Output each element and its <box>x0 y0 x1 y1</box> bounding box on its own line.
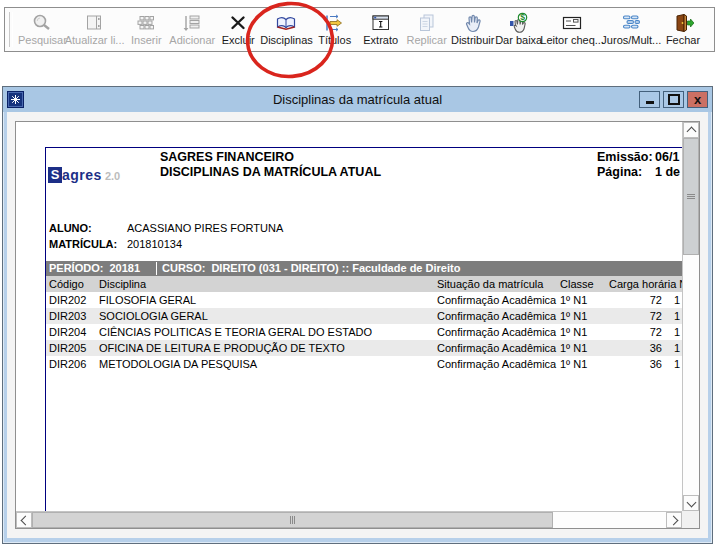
cell-next-col: 1 <box>665 324 682 340</box>
insert-grid-icon <box>134 12 158 34</box>
toolbar-button-dar-baixa[interactable]: $ Dar baixa <box>496 10 542 50</box>
cell-next-col: 1 <box>665 356 682 372</box>
toolbar-button-inserir[interactable]: Inserir <box>123 10 169 50</box>
close-button[interactable]: x <box>687 91 708 108</box>
toolbar-button-replicar[interactable]: Replicar <box>404 10 450 50</box>
maximize-button[interactable] <box>663 91 684 108</box>
window-system-icon[interactable] <box>7 91 24 108</box>
page-number-value: 1 de <box>655 165 680 179</box>
toolbar-button-adicionar[interactable]: Adicionar <box>169 10 215 50</box>
student-field: ALUNO:ACASSIANO PIRES FORTUNA <box>49 222 283 234</box>
cell-carga: 72 <box>609 308 665 324</box>
toolbar-button-disciplinas[interactable]: Disciplinas <box>261 10 311 50</box>
cell-next-col: 1 <box>665 292 682 308</box>
course-value: DIREITO (031 - DIREITO) :: Faculdade de … <box>211 262 460 274</box>
search-icon <box>30 12 54 34</box>
cell-disciplina: CIÊNCIAS POLITICAS E TEORIA GERAL DO EST… <box>99 324 437 340</box>
svg-text:$: $ <box>520 12 525 22</box>
exit-door-icon <box>671 12 695 34</box>
toolbar-button-atualizar[interactable]: Atualizar li... <box>66 10 123 50</box>
cell-situacao: Confirmação Acadêmica <box>437 340 560 356</box>
horizontal-scrollbar[interactable] <box>16 511 682 528</box>
cell-codigo: DIR205 <box>46 340 99 356</box>
cell-carga: 36 <box>609 356 665 372</box>
dialog-window: Disciplinas da matrícula atual x SAGRES … <box>2 86 713 544</box>
period-value: 20181 <box>109 262 140 274</box>
toolbar-label: Distribuir <box>451 34 494 47</box>
logo-text: agres <box>62 167 102 183</box>
enrollment-field: MATRÍCULA:201810134 <box>49 238 182 250</box>
cell-disciplina: OFICINA DE LEITURA E PRODUÇÃO DE TEXTO <box>99 340 437 356</box>
table-row: DIR205 OFICINA DE LEITURA E PRODUÇÃO DE … <box>46 340 682 356</box>
minimize-button[interactable] <box>639 91 660 108</box>
scroll-right-button[interactable] <box>666 512 682 528</box>
student-value: ACASSIANO PIRES FORTUNA <box>127 222 283 234</box>
dialog-client-area: SAGRES FINANCEIRO DISCIPLINAS DA MATRÍCU… <box>7 112 708 538</box>
table-row: DIR206 METODOLOGIA DA PESQUISA Confirmaç… <box>46 356 682 372</box>
toolbar-button-juros-multa[interactable]: Juros/Mult... <box>603 10 660 50</box>
toolbar-button-fechar[interactable]: Fechar <box>660 10 706 50</box>
student-label: ALUNO: <box>49 222 127 234</box>
logo-version: 2.0 <box>105 170 120 182</box>
chevron-right-icon <box>668 515 678 525</box>
toolbar-button-titulos[interactable]: Títulos <box>312 10 358 50</box>
cell-situacao: Confirmação Acadêmica <box>437 356 560 372</box>
horizontal-scrollbar-thumb[interactable] <box>32 512 553 528</box>
emission-value: 06/1 <box>655 150 679 164</box>
table-row: DIR202 FILOSOFIA GERAL Confirmação Acadê… <box>46 292 682 308</box>
toolbar-button-pesquisar[interactable]: Pesquisar <box>19 10 66 50</box>
scroll-up-button[interactable] <box>683 122 699 138</box>
cell-codigo: DIR204 <box>46 324 99 340</box>
enrollment-label: MATRÍCULA: <box>49 238 127 250</box>
check-reader-icon <box>560 12 584 34</box>
toolbar-label: Disciplinas <box>260 34 313 47</box>
cell-disciplina: SOCIOLOGIA GERAL <box>99 308 437 324</box>
report-doc-title: DISCIPLINAS DA MATRÍCULA ATUAL <box>160 165 381 180</box>
toolbar-button-distribuir[interactable]: Distribuir <box>450 10 496 50</box>
toolbar-label: Atualizar li... <box>65 34 125 47</box>
cell-classe: 1º N1 <box>560 324 609 340</box>
cell-next-col: 1 <box>665 308 682 324</box>
report-preview-panel: SAGRES FINANCEIRO DISCIPLINAS DA MATRÍCU… <box>15 121 700 529</box>
emission-line: Emissão:06/1 <box>597 150 680 165</box>
page-number-line: Página:1 de <box>597 165 680 180</box>
dialog-title: Disciplinas da matrícula atual <box>3 92 712 107</box>
report-app-title: SAGRES FINANCEIRO <box>160 150 381 165</box>
dialog-titlebar[interactable]: Disciplinas da matrícula atual x <box>3 87 712 112</box>
cell-carga: 72 <box>609 324 665 340</box>
thumb-grip-icon <box>687 194 695 199</box>
interest-bars-icon <box>619 12 643 34</box>
open-book-icon <box>274 12 298 34</box>
vertical-scrollbar[interactable] <box>682 122 699 511</box>
toolbar-label: Fechar <box>666 34 700 47</box>
add-list-icon <box>180 12 204 34</box>
course-segment: CURSO:DIREITO (031 - DIREITO) :: Faculda… <box>157 261 460 276</box>
cell-classe: 1º N1 <box>560 356 609 372</box>
hand-dollar-icon: $ <box>507 12 531 34</box>
toolbar-button-leitor-cheque[interactable]: Leitor cheq... <box>542 10 603 50</box>
cell-carga: 72 <box>609 292 665 308</box>
toolbar-button-extrato[interactable]: Extrato <box>358 10 404 50</box>
toolbar-label: Dar baixa <box>495 34 542 47</box>
toolbar-button-excluir[interactable]: Excluir <box>215 10 261 50</box>
titles-arrows-icon <box>323 12 347 34</box>
cell-codigo: DIR203 <box>46 308 99 324</box>
report-header-titles: SAGRES FINANCEIRO DISCIPLINAS DA MATRÍCU… <box>160 150 381 180</box>
vertical-scrollbar-thumb[interactable] <box>683 138 699 255</box>
chevron-down-icon <box>686 497 696 507</box>
period-course-band: PERÍODO:20181 CURSO:DIREITO (031 - DIREI… <box>46 261 682 276</box>
enrollment-value: 201810134 <box>127 238 182 250</box>
scroll-down-button[interactable] <box>683 495 699 511</box>
header-codigo: Código <box>46 276 99 292</box>
scroll-left-button[interactable] <box>16 512 32 528</box>
main-toolbar: Pesquisar Atualizar li... Inserir Adicio… <box>4 7 715 52</box>
thumb-grip-icon <box>290 516 295 524</box>
cell-situacao: Confirmação Acadêmica <box>437 292 560 308</box>
window-controls: x <box>639 91 708 108</box>
header-situacao: Situação da matrícula <box>437 276 560 292</box>
chevron-up-icon <box>686 126 696 136</box>
toolbar-label: Excluir <box>222 34 255 47</box>
report-page: SAGRES FINANCEIRO DISCIPLINAS DA MATRÍCU… <box>45 147 682 511</box>
cell-next-col: 1 <box>665 340 682 356</box>
toolbar-label: Juros/Mult... <box>601 34 661 47</box>
